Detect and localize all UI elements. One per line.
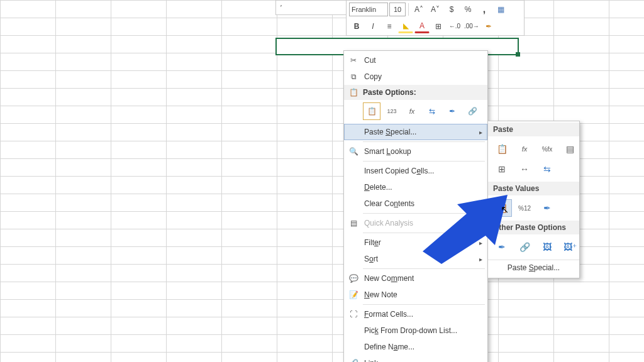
menu-insert-copied-cells[interactable]: Insert Copied Cells... — [344, 163, 487, 179]
menu-pick-list[interactable]: Pick From Drop-down List... — [344, 322, 487, 339]
quick-analysis-icon: ▤ — [347, 217, 360, 229]
submenu-header-other: Other Paste Options — [488, 221, 579, 234]
menu-delete[interactable]: Delete... — [344, 179, 487, 195]
paste-all-icon[interactable]: 📋 — [492, 140, 512, 158]
cell-edit-box[interactable]: ' — [275, 0, 350, 15]
copy-icon: ⧉ — [347, 70, 360, 83]
paste-col-width-icon[interactable]: ↔ — [514, 160, 535, 178]
submenu-arrow-icon: ▸ — [479, 239, 482, 246]
paste-default-icon[interactable]: 📋 — [363, 102, 380, 120]
paste-source-fmt-icon[interactable]: ▤ — [560, 140, 580, 158]
paste-link2-icon[interactable]: 🔗 — [514, 238, 535, 256]
format-table-icon[interactable]: ▦ — [493, 2, 508, 17]
font-size-box[interactable]: 10 — [389, 3, 406, 16]
increase-font-icon[interactable]: A˄ — [411, 2, 426, 17]
menu-cut[interactable]: ✂ Cut — [344, 52, 487, 69]
menu-new-comment[interactable]: 💬 New Comment — [344, 270, 487, 287]
decrease-font-icon[interactable]: A˅ — [428, 2, 443, 17]
clipboard-icon: 📋 — [347, 86, 360, 99]
decrease-decimal-icon[interactable]: .00→ — [464, 19, 480, 34]
paste-special-submenu: Paste 📋 fx %fx ▤ ⊞ ↔ ⇆ Paste Values 📋 %1… — [487, 121, 580, 278]
paste-formatting-icon[interactable]: ✒ — [443, 102, 461, 120]
increase-decimal-icon[interactable]: ←.0 — [447, 19, 462, 34]
submenu-arrow-icon: ▸ — [479, 129, 482, 136]
menu-paste-special[interactable]: Paste Special... ▸ — [344, 124, 487, 140]
comma-style-icon[interactable]: , — [477, 2, 492, 17]
currency-icon[interactable]: $ — [444, 2, 459, 17]
paste-formulas2-icon[interactable]: fx — [514, 140, 535, 158]
format-painter-icon[interactable]: ✒ — [481, 19, 496, 34]
menu-copy[interactable]: ⧉ Copy — [344, 69, 487, 85]
menu-link[interactable]: 🔗 Link ▸ — [344, 355, 487, 362]
paste-link-icon[interactable]: 🔗 — [464, 102, 481, 120]
submenu-header-values: Paste Values — [488, 182, 579, 195]
percent-icon[interactable]: % — [460, 2, 475, 17]
paste-values-icon[interactable]: 123 — [383, 102, 401, 120]
paste-values-fmt-icon[interactable]: ✒ — [537, 199, 557, 217]
scissors-icon: ✂ — [347, 54, 360, 67]
submenu-paste-special-link[interactable]: Paste Special... — [488, 260, 579, 275]
submenu-header-paste: Paste — [488, 123, 579, 136]
borders-icon[interactable]: ⊞ — [431, 19, 446, 34]
menu-new-note[interactable]: 📝 New Note — [344, 287, 487, 303]
submenu-arrow-icon: ▸ — [479, 360, 482, 363]
menu-format-cells[interactable]: ⛶ Format Cells... — [344, 306, 487, 322]
align-icon[interactable]: ≡ — [382, 19, 397, 34]
fill-color-icon[interactable]: ◣ — [398, 19, 413, 33]
menu-smart-lookup[interactable]: 🔍 Smart Lookup — [344, 143, 487, 160]
bold-button[interactable]: B — [349, 19, 364, 34]
submenu-arrow-icon: ▸ — [479, 256, 482, 263]
paste-transpose2-icon[interactable]: ⇆ — [537, 160, 557, 178]
paste-picture-icon[interactable]: 🖼 — [537, 238, 557, 256]
note-icon: 📝 — [347, 288, 360, 301]
context-menu: ✂ Cut ⧉ Copy 📋 Paste Options: 📋 123 fx ⇆… — [343, 50, 488, 362]
menu-sort[interactable]: Sort ▸ — [344, 251, 487, 267]
paste-formulas-icon[interactable]: fx — [403, 102, 421, 120]
font-name-box[interactable]: Franklin — [349, 3, 388, 16]
menu-filter[interactable]: Filter ▸ — [344, 234, 487, 251]
menu-clear-contents[interactable]: Clear Contents — [344, 195, 487, 212]
font-color-icon[interactable]: A — [414, 19, 430, 33]
paste-values-only-icon[interactable]: 📋 — [492, 199, 512, 217]
paste-no-borders-icon[interactable]: ⊞ — [492, 160, 512, 178]
paste-formatting2-icon[interactable]: ✒ — [492, 238, 512, 256]
search-icon: 🔍 — [347, 145, 360, 158]
paste-transpose-icon[interactable]: ⇆ — [423, 102, 441, 120]
comment-icon: 💬 — [347, 272, 360, 285]
menu-quick-analysis: ▤ Quick Analysis — [344, 215, 487, 231]
mini-toolbar: Franklin 10 A˄ A˅ $ % , ▦ B I ≡ ◣ A ⊞ ←.… — [346, 0, 525, 36]
paste-linked-picture-icon[interactable]: 🖼⁺ — [560, 238, 580, 256]
paste-options-row: 📋 123 fx ⇆ ✒ 🔗 — [344, 100, 487, 124]
link-icon: 🔗 — [347, 357, 360, 362]
format-cells-icon: ⛶ — [347, 308, 360, 321]
paste-options-header: 📋 Paste Options: — [344, 85, 487, 100]
paste-values-num-icon[interactable]: %12 — [514, 199, 535, 217]
italic-button[interactable]: I — [365, 19, 380, 34]
menu-define-name[interactable]: Define Name... — [344, 339, 487, 355]
paste-formulas-num-icon[interactable]: %fx — [537, 140, 557, 158]
